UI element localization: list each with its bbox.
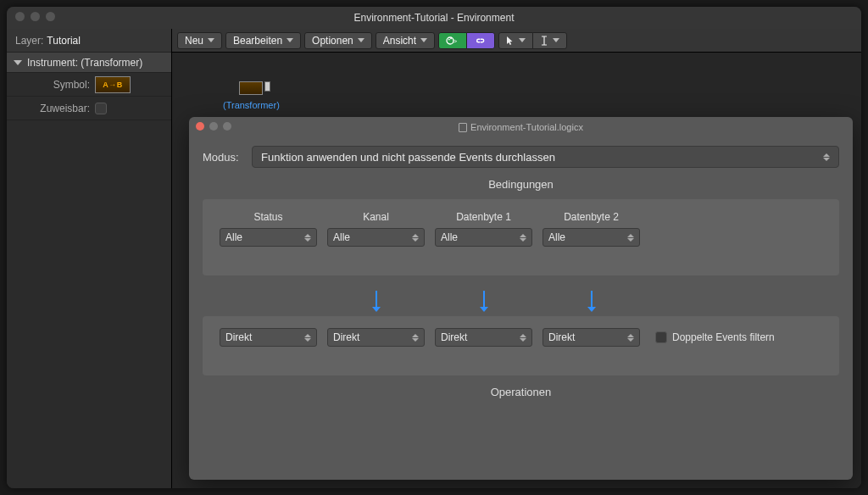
stepper-icon [412, 334, 419, 342]
arrow-down-icon [483, 291, 485, 308]
mode-row: Modus: Funktion anwenden und nicht passe… [203, 146, 839, 168]
link-button[interactable] [466, 32, 495, 49]
window-title: Environment-Tutorial - Environment [354, 12, 515, 24]
symbol-chip[interactable]: A→B [95, 76, 131, 93]
svg-text:>: > [453, 38, 457, 44]
db2-header: Datenbyte 2 [564, 211, 619, 223]
mode-label: Modus: [203, 151, 243, 164]
stepper-icon [627, 334, 634, 342]
window-controls[interactable] [15, 12, 55, 21]
arrow-down-icon [376, 291, 377, 308]
assignable-checkbox[interactable] [95, 103, 107, 114]
db2-operation-select[interactable]: Direkt [542, 328, 640, 347]
text-tool[interactable] [532, 32, 567, 49]
sheet-titlebar: Environment-Tutorial.logicx [189, 117, 853, 137]
transformer-node-icon [239, 81, 263, 95]
conditions-title: Bedingungen [203, 178, 839, 191]
assignable-row: Zuweisbar: [7, 97, 171, 120]
status-operation-select[interactable]: Direkt [220, 328, 317, 347]
node-name: (Transformer) [223, 100, 280, 110]
status-condition-select[interactable]: Alle [220, 228, 317, 247]
stepper-icon [627, 234, 634, 242]
environment-canvas[interactable]: (Transformer) Environment-Tutorial.logic… [172, 53, 861, 488]
inspector-sidebar: Layer: Tutorial Instrument: (Transformer… [7, 29, 172, 488]
edit-menu[interactable]: Bearbeiten [225, 32, 301, 49]
close-icon[interactable] [196, 122, 204, 131]
mode-value: Funktion anwenden und nicht passende Eve… [261, 151, 555, 164]
transformer-node[interactable]: (Transformer) [223, 81, 280, 110]
svg-point-1 [448, 38, 450, 40]
symbol-row: Symbol: A→B [7, 73, 171, 97]
db1-condition-select[interactable]: Alle [435, 228, 532, 247]
sheet-title: Environment-Tutorial.logicx [470, 122, 583, 132]
transformer-sheet: Environment-Tutorial.logicx Modus: Funkt… [189, 117, 853, 480]
filter-label: Doppelte Events filtern [672, 331, 775, 343]
minimize-icon[interactable] [31, 12, 40, 21]
conditions-panel: Status Alle Kanal Alle Datenbyte 1 Alle [203, 199, 839, 275]
stepper-icon [412, 234, 419, 242]
db2-condition-select[interactable]: Alle [542, 228, 640, 247]
instrument-section-header[interactable]: Instrument: (Transformer) [7, 53, 171, 73]
chevron-down-icon [358, 38, 364, 42]
db1-operation-select[interactable]: Direkt [435, 328, 532, 347]
operations-panel: Direkt Direkt Direkt Direkt Doppelte Eve… [203, 316, 839, 375]
stepper-icon [520, 234, 526, 242]
color-button[interactable]: > [438, 32, 467, 49]
kanal-condition-select[interactable]: Alle [327, 228, 425, 247]
flow-arrows [203, 284, 839, 308]
stepper-icon [304, 334, 311, 342]
layer-selector[interactable]: Layer: Tutorial [7, 29, 171, 53]
zoom-icon[interactable] [46, 12, 55, 21]
options-menu[interactable]: Optionen [304, 32, 372, 49]
close-icon[interactable] [15, 12, 25, 21]
node-output-port[interactable] [264, 81, 270, 92]
chevron-down-icon [519, 38, 526, 42]
main-area: Neu Bearbeiten Optionen Ansicht > [172, 29, 861, 488]
disclosure-triangle-icon[interactable] [14, 60, 22, 65]
kanal-header: Kanal [363, 211, 389, 223]
operations-title: Operationen [203, 386, 839, 398]
color-link-group: > [438, 32, 495, 49]
chevron-down-icon [553, 38, 559, 42]
tool-group [498, 32, 567, 49]
link-icon [474, 36, 487, 46]
chevron-down-icon [420, 38, 427, 42]
toolbar: Neu Bearbeiten Optionen Ansicht > [172, 29, 861, 53]
stepper-icon [520, 334, 526, 342]
document-icon [459, 123, 467, 132]
status-header: Status [253, 211, 282, 223]
assignable-label: Zuweisbar: [7, 103, 95, 114]
chevron-down-icon [287, 38, 293, 42]
symbol-text: A→B [103, 81, 123, 89]
stepper-icon [304, 234, 311, 242]
kanal-operation-select[interactable]: Direkt [327, 328, 425, 347]
filter-checkbox[interactable] [655, 331, 667, 343]
db1-header: Datenbyte 1 [456, 211, 511, 223]
minimize-icon[interactable] [209, 122, 218, 131]
pointer-icon [506, 36, 515, 46]
palette-icon: > [446, 36, 459, 46]
arrow-down-icon [591, 291, 593, 308]
new-menu[interactable]: Neu [177, 32, 222, 49]
pointer-tool[interactable] [498, 32, 533, 49]
view-menu[interactable]: Ansicht [376, 32, 435, 49]
svg-point-2 [450, 37, 452, 39]
svg-point-0 [447, 37, 453, 44]
chevron-down-icon [208, 38, 214, 42]
filter-duplicates[interactable]: Doppelte Events filtern [655, 331, 775, 343]
symbol-label: Symbol: [7, 79, 95, 91]
layer-value: Tutorial [47, 35, 81, 47]
mode-select[interactable]: Funktion anwenden und nicht passende Eve… [252, 146, 839, 168]
text-cursor-icon [540, 36, 548, 46]
section-title: Instrument: (Transformer) [27, 57, 142, 69]
environment-window: Environment-Tutorial - Environment Layer… [7, 7, 861, 488]
zoom-icon[interactable] [223, 122, 231, 131]
sheet-window-controls[interactable] [196, 122, 231, 131]
titlebar: Environment-Tutorial - Environment [7, 7, 861, 29]
stepper-icon [823, 153, 830, 161]
layer-label: Layer: [15, 35, 43, 47]
